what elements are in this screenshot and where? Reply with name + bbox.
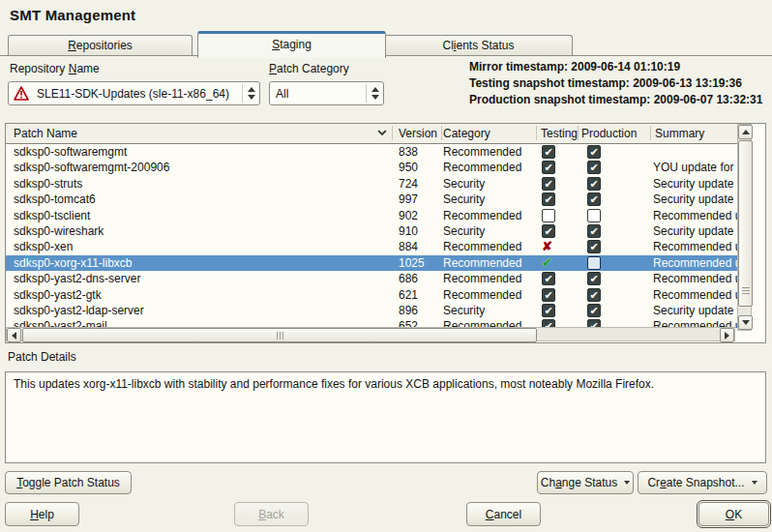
cell-summary: Recommended u xyxy=(653,287,737,303)
thumb-grip xyxy=(277,332,285,340)
table-row[interactable]: sdksp0-softwaremgmt-200906 950 Recommend… xyxy=(6,160,737,175)
table-row[interactable]: sdksp0-yast2-dns-server 686 Recommended … xyxy=(6,271,737,286)
production-snapshot-timestamp: Production snapshot timestamp: 2009-06-0… xyxy=(469,92,762,108)
tab-label: ents Status xyxy=(456,39,514,52)
table-row[interactable]: sdksp0-yast2-gtk 621 Recommended ✔ ✔ Rec… xyxy=(6,287,737,303)
table-row[interactable]: sdksp0-tomcat6 997 Security ✔ ✔ Security… xyxy=(6,192,737,207)
repository-name-select[interactable]: SLE11-SDK-Updates (sle-11-x86_64) xyxy=(8,81,260,105)
production-checkbox[interactable]: ✔ xyxy=(587,239,647,254)
production-checkbox[interactable] xyxy=(587,208,647,223)
tab-staging[interactable]: Staging xyxy=(197,31,386,58)
table-row[interactable]: sdksp0-wireshark 910 Security ✔ ✔ Securi… xyxy=(6,223,737,239)
cell-category: Security xyxy=(443,223,536,239)
testing-checkbox[interactable]: ✔ xyxy=(542,255,582,271)
cell-version: 896 xyxy=(399,303,441,318)
cell-summary: Recommended u xyxy=(653,208,737,223)
testing-checkbox[interactable]: ✔ xyxy=(542,160,582,175)
testing-checkbox[interactable] xyxy=(542,208,582,223)
tab-repositories[interactable]: Repositories xyxy=(8,35,193,55)
cell-patch-name: sdksp0-yast2-ldap-server xyxy=(14,303,383,318)
green-check-icon: ✔ xyxy=(542,255,552,270)
production-checkbox[interactable]: ✔ xyxy=(587,303,647,318)
change-status-button[interactable]: Change Status xyxy=(537,471,634,494)
production-checkbox[interactable]: ✔ xyxy=(587,192,647,207)
sort-descending-icon[interactable] xyxy=(377,130,387,136)
production-checkbox[interactable]: ✔ xyxy=(587,287,647,303)
warning-icon xyxy=(14,86,29,101)
patch-table-header: Patch Name Version Category Testing Prod… xyxy=(6,124,737,144)
tab-label-mnemonic: R xyxy=(68,39,76,52)
help-button[interactable]: Help xyxy=(5,502,79,526)
column-header-testing[interactable]: Testing xyxy=(541,127,578,140)
combo-spinner-icon[interactable] xyxy=(366,84,383,103)
cell-patch-name: sdksp0-softwaremgmt-200906 xyxy=(14,160,383,175)
testing-checkbox[interactable]: ✔ xyxy=(542,223,582,239)
table-row[interactable]: sdksp0-softwaremgmt 838 Recommended ✔ ✔ xyxy=(6,144,737,160)
cell-version: 621 xyxy=(399,287,441,303)
repository-selected-value: SLE11-SDK-Updates (sle-11-x86_64) xyxy=(31,87,229,101)
horizontal-scrollbar[interactable] xyxy=(6,327,735,341)
combo-spinner-icon[interactable] xyxy=(242,84,259,103)
horizontal-scrollbar-thumb[interactable] xyxy=(22,328,537,342)
testing-checkbox[interactable]: ✔ xyxy=(542,192,582,207)
patch-details-text[interactable]: This updates xorg-x11-libxcb with stabil… xyxy=(5,371,766,463)
production-checkbox[interactable]: ✔ xyxy=(587,176,647,192)
table-row[interactable]: sdksp0-yast2-ldap-server 896 Security ✔ … xyxy=(6,303,737,318)
column-header-patch-name[interactable]: Patch Name xyxy=(14,127,77,140)
down-arrow-icon xyxy=(742,320,750,325)
scroll-up-button[interactable] xyxy=(738,125,753,139)
vertical-scrollbar-thumb[interactable] xyxy=(738,140,753,307)
table-row[interactable]: sdksp0-tsclient 902 Recommended Recommen… xyxy=(6,208,737,223)
testing-checkbox[interactable]: ✔ xyxy=(542,271,582,286)
tab-label: taging xyxy=(280,38,312,51)
production-checkbox[interactable]: ✔ xyxy=(587,223,647,239)
cell-patch-name: sdksp0-xorg-x11-libxcb xyxy=(14,255,383,271)
production-checkbox[interactable]: ✔ xyxy=(587,144,647,160)
toggle-patch-status-button[interactable]: Toggle Patch Status xyxy=(5,471,132,494)
testing-checkbox[interactable]: ✘ xyxy=(542,239,582,254)
table-row[interactable]: sdksp0-xen 884 Recommended ✘ ✔ Recommend… xyxy=(6,239,737,254)
cell-summary: Security update fo xyxy=(653,176,737,192)
cell-category: Recommended xyxy=(443,239,536,254)
tab-clients-status[interactable]: Clients Status xyxy=(384,35,573,55)
scroll-down-button[interactable] xyxy=(738,315,753,330)
vertical-scrollbar[interactable] xyxy=(737,124,752,331)
cell-category: Recommended xyxy=(443,208,536,223)
column-header-summary[interactable]: Summary xyxy=(655,127,704,140)
up-arrow-icon xyxy=(248,87,255,92)
column-header-production[interactable]: Production xyxy=(581,127,637,140)
create-snapshot-button[interactable]: Create Snapshot... xyxy=(638,471,767,494)
production-checkbox[interactable]: ✔ xyxy=(587,271,647,286)
scroll-right-button[interactable] xyxy=(720,328,734,342)
cell-version: 997 xyxy=(399,192,441,207)
testing-snapshot-timestamp: Testing snapshot timestamp: 2009-06-13 1… xyxy=(469,75,762,92)
cell-patch-name: sdksp0-xen xyxy=(14,239,383,254)
ok-button[interactable]: OK xyxy=(698,502,769,526)
patch-table-body: sdksp0-softwaremgmt 838 Recommended ✔ ✔ … xyxy=(6,144,737,328)
left-arrow-icon xyxy=(12,332,16,340)
production-checkbox[interactable]: ✔ xyxy=(587,160,647,175)
cancel-button[interactable]: Cancel xyxy=(466,502,541,526)
tab-label: Cl xyxy=(442,39,453,52)
cell-category: Security xyxy=(443,176,536,192)
production-checkbox[interactable] xyxy=(587,255,647,271)
down-arrow-icon xyxy=(248,95,255,100)
testing-checkbox[interactable]: ✔ xyxy=(542,287,582,303)
column-header-category[interactable]: Category xyxy=(443,127,490,140)
testing-checkbox[interactable]: ✔ xyxy=(542,176,582,192)
patch-category-select[interactable]: All xyxy=(269,81,384,105)
cell-patch-name: sdksp0-wireshark xyxy=(14,223,383,239)
up-arrow-icon xyxy=(371,87,379,92)
scroll-left-button[interactable] xyxy=(7,328,21,342)
cell-summary: Recommended u xyxy=(653,239,737,254)
table-row[interactable]: sdksp0-struts 724 Security ✔ ✔ Security … xyxy=(6,176,737,192)
back-button: Back xyxy=(234,502,309,526)
column-header-version[interactable]: Version xyxy=(399,127,437,140)
testing-checkbox[interactable]: ✔ xyxy=(542,144,582,160)
cell-summary: Security update fo xyxy=(653,223,737,239)
tab-label-mnemonic: S xyxy=(272,38,280,51)
thumb-grip xyxy=(742,285,750,294)
table-row[interactable]: sdksp0-xorg-x11-libxcb 1025 Recommended … xyxy=(6,255,737,271)
testing-checkbox[interactable]: ✔ xyxy=(542,303,582,318)
cell-version: 950 xyxy=(399,160,441,175)
